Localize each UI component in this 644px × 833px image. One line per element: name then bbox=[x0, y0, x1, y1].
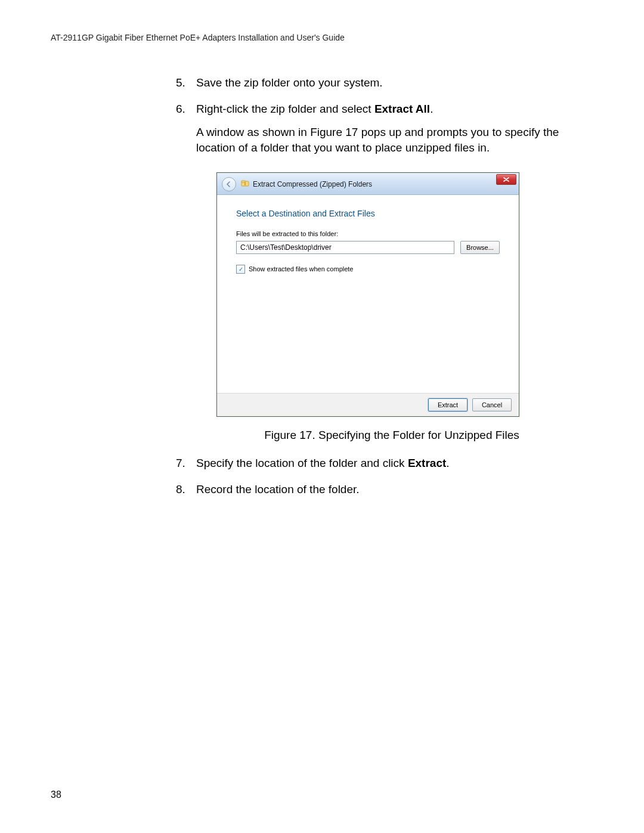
extract-button[interactable]: Extract bbox=[428, 398, 467, 411]
page-header: AT-2911GP Gigabit Fiber Ethernet PoE+ Ad… bbox=[51, 33, 593, 42]
close-icon bbox=[503, 177, 509, 182]
figure-caption: Figure 17. Specifying the Folder for Unz… bbox=[196, 428, 587, 443]
checkbox[interactable]: ✓ bbox=[236, 265, 245, 274]
dialog-body: Select a Destination and Extract Files F… bbox=[217, 195, 519, 393]
step-paragraph: A window as shown in Figure 17 pops up a… bbox=[196, 125, 587, 155]
figure-17: Extract Compressed (Zipped) Folders Sele… bbox=[216, 172, 587, 443]
dialog-footer: Extract Cancel bbox=[217, 393, 519, 416]
destination-path-input[interactable] bbox=[236, 241, 454, 254]
dialog-title: Extract Compressed (Zipped) Folders bbox=[253, 179, 372, 189]
page-number: 38 bbox=[51, 789, 61, 800]
dialog-titlebar: Extract Compressed (Zipped) Folders bbox=[217, 173, 519, 195]
step-number: 7. bbox=[176, 456, 185, 471]
step-text: Specify the location of the folder and c… bbox=[196, 457, 450, 469]
folder-zip-icon bbox=[241, 179, 249, 187]
checkbox-label: Show extracted files when complete bbox=[249, 265, 353, 274]
text-fragment: Specify the location of the folder and c… bbox=[196, 457, 408, 469]
text-fragment: Right-click the zip folder and select bbox=[196, 103, 374, 115]
step-text: Save the zip folder onto your system. bbox=[196, 76, 383, 89]
extract-dialog: Extract Compressed (Zipped) Folders Sele… bbox=[216, 172, 519, 417]
field-label: Files will be extracted to this folder: bbox=[236, 230, 500, 239]
text-fragment: . bbox=[430, 103, 433, 115]
bold-text: Extract bbox=[408, 457, 446, 469]
show-files-option: ✓ Show extracted files when complete bbox=[236, 265, 500, 274]
bold-text: Extract All bbox=[374, 103, 430, 115]
page-content: 5. Save the zip folder onto your system.… bbox=[176, 75, 587, 497]
step-text: Record the location of the folder. bbox=[196, 483, 360, 496]
svg-rect-2 bbox=[244, 182, 246, 185]
step-5: 5. Save the zip folder onto your system. bbox=[176, 75, 587, 91]
document-page: AT-2911GP Gigabit Fiber Ethernet PoE+ Ad… bbox=[0, 0, 644, 833]
step-7: 7. Specify the location of the folder an… bbox=[176, 456, 587, 471]
back-button[interactable] bbox=[222, 177, 236, 191]
path-row: Browse... bbox=[236, 241, 500, 254]
step-text: Right-click the zip folder and select Ex… bbox=[196, 103, 433, 115]
step-8: 8. Record the location of the folder. bbox=[176, 482, 587, 497]
instruction-list: 5. Save the zip folder onto your system.… bbox=[176, 75, 587, 497]
step-number: 5. bbox=[176, 75, 185, 91]
cancel-button[interactable]: Cancel bbox=[472, 398, 512, 411]
step-number: 8. bbox=[176, 482, 185, 497]
step-number: 6. bbox=[176, 101, 185, 117]
step-6: 6. Right-click the zip folder and select… bbox=[176, 101, 587, 443]
text-fragment: . bbox=[446, 457, 449, 469]
arrow-left-icon bbox=[226, 181, 232, 187]
browse-button[interactable]: Browse... bbox=[460, 241, 500, 254]
dialog-heading: Select a Destination and Extract Files bbox=[236, 208, 500, 219]
close-button[interactable] bbox=[496, 174, 516, 185]
